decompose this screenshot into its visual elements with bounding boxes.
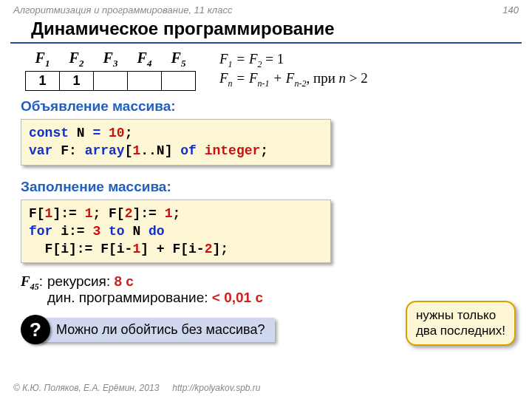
section-declaration: Объявление массива:	[21, 98, 511, 115]
course-label: Алгоритмизация и программирование, 11 кл…	[13, 4, 232, 16]
table-header-row: F1 F2 F3 F4 F5	[26, 50, 196, 72]
copyright-text: © К.Ю. Поляков, Е.А. Ерёмин, 2013	[13, 383, 159, 393]
section-fill: Заполнение массива:	[21, 179, 511, 195]
table-row: 1 1	[26, 72, 196, 91]
code-block-declaration: const N = 10; var F: array[1..N] of inte…	[21, 119, 331, 166]
code-block-fill: F[1]:= 1; F[2]:= 1; for i:= 3 to N do F[…	[21, 200, 331, 264]
question-box: Можно ли обойтись без массива?	[38, 318, 275, 342]
slide-header: Алгоритмизация и программирование, 11 кл…	[0, 0, 532, 17]
top-row: F1 F2 F3 F4 F5 1 1 F1 = F2 = 1 Fn = Fn-1…	[21, 50, 511, 91]
slide-title: Динамическое программирование	[10, 17, 522, 44]
fibonacci-table: F1 F2 F3 F4 F5 1 1	[25, 50, 196, 91]
recurrence-formulas: F1 = F2 = 1 Fn = Fn-1 + Fn-2, при n > 2	[219, 50, 368, 89]
slide-footer: © К.Ю. Поляков, Е.А. Ерёмин, 2013 http:/…	[0, 380, 532, 396]
page-number: 140	[502, 4, 519, 16]
footer-url: http://kpolyakov.spb.ru	[172, 383, 260, 393]
callout-note: нужны только два последних!	[406, 301, 516, 346]
